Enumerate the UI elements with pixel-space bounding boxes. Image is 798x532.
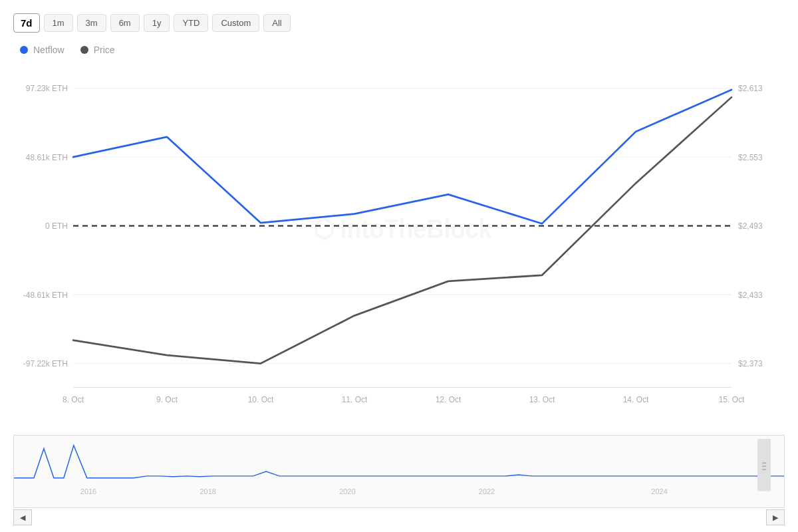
svg-text:12. Oct: 12. Oct: [436, 394, 462, 404]
nav-left-button[interactable]: ◀: [13, 509, 32, 525]
svg-text:2022: 2022: [479, 487, 495, 495]
nav-right-button[interactable]: ▶: [766, 509, 785, 525]
netflow-dot: [20, 46, 28, 54]
svg-text:9. Oct: 9. Oct: [156, 394, 178, 404]
svg-text:$2,433: $2,433: [738, 289, 763, 300]
svg-text:$2,613: $2,613: [738, 83, 763, 94]
legend-price: Price: [80, 45, 115, 55]
mini-chart-container: 2016 2018 2020 2022 2024: [13, 435, 785, 508]
chart-wrapper: 97.23k ETH 48.61k ETH 0 ETH -48.61k ETH …: [13, 66, 785, 525]
legend-price-label: Price: [94, 45, 115, 55]
time-btn-all[interactable]: All: [263, 14, 290, 32]
legend-netflow-label: Netflow: [33, 45, 65, 55]
svg-text:48.61k ETH: 48.61k ETH: [26, 152, 68, 162]
main-chart-svg: 97.23k ETH 48.61k ETH 0 ETH -48.61k ETH …: [13, 66, 785, 432]
main-container: 7d1m3m6m1yYTDCustomAll Netflow Price: [0, 0, 798, 532]
time-range-selector: 7d1m3m6m1yYTDCustomAll: [13, 13, 785, 33]
time-btn-ytd[interactable]: YTD: [174, 14, 208, 32]
price-dot: [80, 46, 88, 54]
mini-chart-svg: 2016 2018 2020 2022 2024: [14, 436, 784, 507]
svg-text:13. Oct: 13. Oct: [529, 394, 555, 404]
svg-text:-97.22k ETH: -97.22k ETH: [23, 358, 68, 368]
time-btn-7d[interactable]: 7d: [13, 13, 40, 33]
svg-rect-31: [757, 439, 771, 491]
svg-text:2024: 2024: [651, 487, 667, 495]
svg-text:2020: 2020: [339, 487, 355, 495]
svg-text:14. Oct: 14. Oct: [623, 394, 649, 404]
time-btn-1y[interactable]: 1y: [144, 14, 170, 32]
svg-text:10. Oct: 10. Oct: [248, 394, 274, 404]
svg-rect-25: [14, 436, 784, 507]
svg-text:$2,493: $2,493: [738, 220, 763, 231]
svg-text:15. Oct: 15. Oct: [719, 394, 745, 404]
svg-text:11. Oct: 11. Oct: [342, 394, 368, 404]
svg-text:⬡ IntoTheBlock: ⬡ IntoTheBlock: [313, 213, 493, 243]
main-chart-area: 97.23k ETH 48.61k ETH 0 ETH -48.61k ETH …: [13, 66, 785, 432]
svg-text:-48.61k ETH: -48.61k ETH: [23, 289, 68, 300]
svg-text:$2,373: $2,373: [738, 358, 763, 368]
svg-text:2016: 2016: [80, 487, 96, 495]
chart-legend: Netflow Price: [13, 45, 785, 55]
nav-arrows: ◀ ▶: [13, 509, 785, 525]
time-btn-1m[interactable]: 1m: [44, 14, 73, 32]
svg-text:2018: 2018: [200, 487, 216, 495]
svg-text:$2,553: $2,553: [738, 152, 763, 162]
time-btn-3m[interactable]: 3m: [77, 14, 106, 32]
time-btn-6m[interactable]: 6m: [110, 14, 140, 32]
legend-netflow: Netflow: [20, 45, 65, 55]
svg-text:97.23k ETH: 97.23k ETH: [26, 83, 68, 94]
svg-text:0 ETH: 0 ETH: [45, 220, 68, 231]
time-btn-custom[interactable]: Custom: [212, 14, 259, 32]
svg-text:8. Oct: 8. Oct: [63, 394, 84, 404]
